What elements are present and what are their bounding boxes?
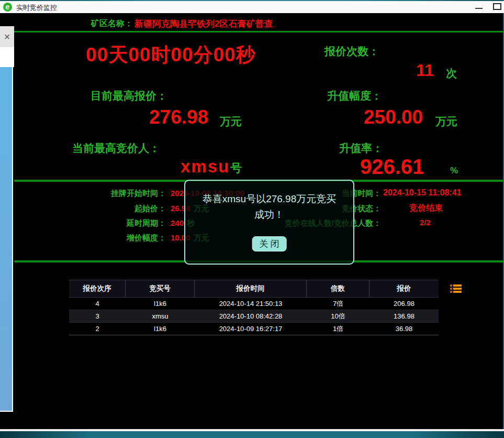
highest-bidder-label: 当前最高竞价人：: [72, 141, 160, 156]
table-row: 4 l1k6 2024-10-14 21:50:13 7倍 206.98: [69, 298, 439, 310]
cell-bidder-id: l1k6: [126, 298, 195, 310]
list-icon-bar: [450, 288, 464, 290]
list-icon-bar: [450, 291, 464, 293]
highest-bid-unit: 万元: [220, 114, 242, 129]
col-header-bid-order: 报价次序: [69, 280, 126, 297]
list-view-icon[interactable]: [450, 284, 464, 294]
maximize-button[interactable]: [490, 1, 504, 13]
cell-bid-order: 2: [69, 323, 126, 335]
cell-bid-time: 2024-10-09 16:27:17: [195, 323, 307, 335]
col-header-bid-time: 报价时间: [195, 280, 307, 297]
cell-bidder-id: xmsu: [126, 310, 195, 322]
bid-count-unit: 次: [446, 66, 457, 81]
table-row: 3 xmsu 2024-10-10 08:42:28 10倍 136.98: [69, 310, 439, 323]
cell-bidder-id: l1k6: [126, 323, 195, 335]
highest-bidder-value: xmsu: [181, 157, 230, 177]
highest-bidder-unit: 号: [230, 160, 242, 176]
list-icon-bar: [450, 284, 464, 287]
dialog-message: 恭喜xmsu号以276.98万元竞买 成功！: [185, 191, 353, 223]
increase-rate-label: 升值率：: [339, 141, 383, 156]
table-header-row: 报价次序 竞买号 报价时间 倍数 报价: [69, 280, 439, 298]
success-dialog: 恭喜xmsu号以276.98万元竞买 成功！ 关 闭: [184, 180, 354, 265]
current-time-value: 2024-10-15 11:08:41: [383, 188, 461, 198]
bid-count-value: 11: [416, 61, 434, 80]
delay-period-number: 240: [171, 218, 184, 227]
window-bottom-bar: [0, 431, 504, 438]
cell-bid-order: 4: [69, 298, 126, 310]
countdown-timer: 00天00时00分00秒: [86, 42, 256, 68]
app-window: e 实时竞价监控 矿区名称： 新疆阿克陶县罕铁列2区石膏矿普查 00天00时00…: [0, 0, 504, 438]
browser-e-icon: e: [3, 3, 12, 12]
increase-amount-value: 250.00: [364, 106, 423, 128]
cell-bid-price: 36.98: [369, 323, 439, 335]
delay-period-label: 延时周期：: [52, 218, 166, 228]
listing-start-time-label: 挂牌开始时间：: [52, 189, 166, 199]
increase-amount-label: 升值幅度：: [327, 89, 382, 103]
mine-name-label: 矿区名称：: [91, 18, 133, 29]
cell-bid-price: 206.98: [369, 298, 439, 310]
sidebar-menu-button[interactable]: [0, 47, 14, 67]
increment-step-label: 增价幅度：: [52, 233, 166, 243]
maximize-icon: [493, 3, 501, 10]
bid-history-table: 报价次序 竞买号 报价时间 倍数 报价 4 l1k6 2024-10-14 21…: [69, 280, 439, 335]
increase-amount-unit: 万元: [435, 114, 457, 129]
auction-status-value: 竞价结束: [409, 203, 443, 214]
col-header-bid-price: 报价: [369, 280, 439, 297]
increase-rate-unit: %: [450, 166, 458, 176]
dialog-message-line1: 恭喜xmsu号以276.98万元竞买: [203, 193, 337, 204]
cell-bid-time: 2024-10-14 21:50:13: [195, 298, 307, 310]
sidebar-close-button[interactable]: ×: [0, 26, 14, 47]
highest-bid-label: 目前最高报价：: [91, 89, 167, 103]
highest-bid-value: 276.98: [149, 106, 208, 128]
separator-line: [14, 31, 504, 32]
minimize-icon: [475, 8, 483, 9]
cell-bid-price: 136.98: [369, 310, 439, 322]
table-row: 2 l1k6 2024-10-09 16:27:17 1倍 36.98: [69, 323, 439, 335]
minimize-button[interactable]: [471, 1, 488, 13]
close-dialog-button[interactable]: 关 闭: [252, 236, 287, 251]
cell-multiplier: 10倍: [307, 310, 369, 322]
cell-bid-order: 3: [69, 310, 126, 322]
start-price-label: 起始价：: [52, 204, 166, 214]
cell-multiplier: 7倍: [307, 298, 369, 310]
increase-rate-value: 926.61: [360, 155, 424, 179]
sidebar-panel: [0, 67, 13, 412]
close-icon: ×: [4, 31, 10, 42]
online-total-count-value: 2/2: [420, 218, 431, 227]
cell-multiplier: 1倍: [307, 323, 369, 335]
dialog-message-line2: 成功！: [254, 209, 284, 220]
window-title: 实时竞价监控: [16, 3, 57, 13]
bid-count-label: 报价次数：: [324, 44, 379, 59]
col-header-multiplier: 倍数: [307, 280, 369, 297]
window-titlebar: e 实时竞价监控: [0, 1, 504, 13]
mine-name-value: 新疆阿克陶县罕铁列2区石膏矿普查: [135, 18, 273, 30]
cell-bid-time: 2024-10-10 08:42:28: [195, 310, 307, 322]
col-header-bidder-id: 竞买号: [126, 280, 195, 297]
